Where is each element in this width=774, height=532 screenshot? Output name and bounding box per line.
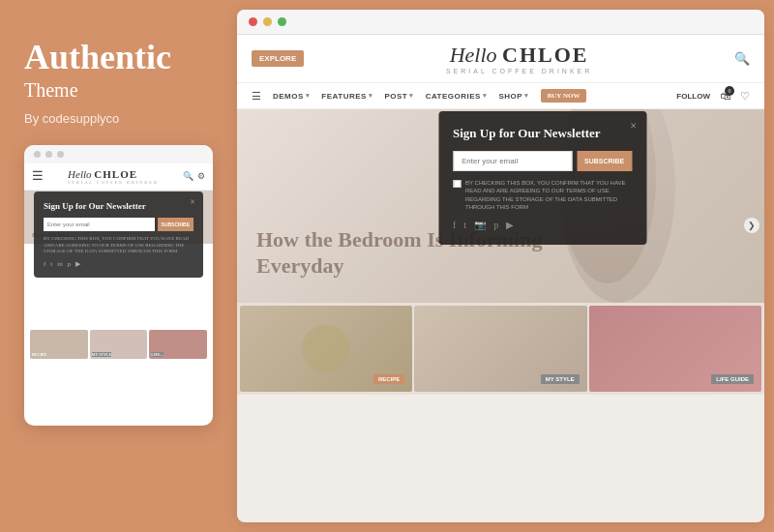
mobile-thumb-label-1: RECIPE bbox=[32, 352, 46, 357]
desktop-dot-yellow bbox=[263, 17, 272, 26]
mobile-email-row: SUBSCRIBE bbox=[44, 218, 194, 231]
mobile-thumb-label-3: LIFE... bbox=[151, 352, 163, 357]
mobile-email-input[interactable] bbox=[44, 218, 155, 231]
popup-checkbox[interactable] bbox=[453, 180, 461, 188]
popup-facebook-icon[interactable]: f bbox=[453, 220, 456, 230]
explore-button[interactable]: EXPLORE bbox=[252, 50, 304, 67]
mobile-overlay-title: Sign Up for Our Newsletter bbox=[44, 201, 194, 213]
mobile-top-bar bbox=[24, 145, 213, 163]
desktop-top-bar bbox=[237, 10, 764, 35]
cart-badge: 0 bbox=[725, 86, 734, 96]
desktop-preview: EXPLORE Hello CHLOE SERIAL COFFEE DRINKE… bbox=[237, 10, 764, 522]
desktop-thumb-3: LIFE GUIDE bbox=[589, 306, 761, 392]
mobile-icons: 🔍 ⚙ bbox=[183, 171, 205, 181]
mobile-thumb-2: MY STYLE bbox=[90, 330, 148, 359]
desktop-thumb-2-label: MY STYLE bbox=[541, 374, 580, 384]
mobile-thumb-1: RECIPE bbox=[30, 330, 88, 359]
mobile-thumb-label-2: MY STYLE bbox=[92, 352, 112, 357]
desktop-hamburger-icon[interactable]: ☰ bbox=[252, 90, 261, 103]
mobile-logo: Hello CHLOE SERIAL COFFEE DRINKER bbox=[68, 168, 159, 185]
wishlist-icon[interactable]: ♡ bbox=[740, 90, 750, 103]
desktop-thumb-2: MY STYLE bbox=[414, 306, 586, 392]
popup-email-row: SUBSCRIBE bbox=[453, 151, 632, 171]
mobile-dot-green bbox=[57, 151, 64, 158]
popup-close-icon[interactable]: × bbox=[630, 119, 637, 133]
mobile-thumb-3: LIFE... bbox=[149, 330, 207, 359]
popup-terms: BY CHECKING THIS BOX, YOU CONFIRM THAT Y… bbox=[465, 179, 632, 212]
desktop-logo-tagline: SERIAL COFFEE DRINKER bbox=[304, 68, 734, 74]
popup-instagram-icon[interactable]: 📷 bbox=[474, 220, 486, 230]
follow-button[interactable]: FOLLOW bbox=[676, 92, 710, 101]
popup-social-row: f t 📷 p ▶ bbox=[453, 220, 632, 230]
desktop-dot-green bbox=[278, 17, 286, 26]
mobile-subscribe-button[interactable]: SUBSCRIBE bbox=[158, 218, 194, 231]
popup-subscribe-button[interactable]: SUBSCRIBE bbox=[577, 151, 632, 171]
popup-pinterest-icon[interactable]: p bbox=[493, 220, 498, 230]
by-line: By codesupplyco bbox=[24, 111, 213, 126]
nav-item-shop[interactable]: SHOP ▾ bbox=[498, 92, 528, 101]
popup-twitter-icon[interactable]: t bbox=[463, 220, 466, 230]
nav-item-post[interactable]: POST ▾ bbox=[384, 92, 413, 101]
theme-title: Authentic bbox=[24, 39, 213, 77]
desktop-thumb-3-label: LIFE GUIDE bbox=[711, 374, 754, 384]
nav-item-features[interactable]: FEATURES ▾ bbox=[321, 92, 372, 101]
desktop-logo: Hello CHLOE SERIAL COFFEE DRINKER bbox=[304, 43, 734, 74]
mobile-menu-icon[interactable]: ⚙ bbox=[197, 171, 205, 181]
nav-item-categories[interactable]: CATEGORIES ▾ bbox=[426, 92, 488, 101]
mobile-hamburger-icon[interactable]: ☰ bbox=[32, 168, 44, 184]
mobile-newsletter-overlay: × Sign Up for Our Newsletter SUBSCRIBE B… bbox=[34, 192, 203, 278]
desktop-header-top: EXPLORE Hello CHLOE SERIAL COFFEE DRINKE… bbox=[237, 35, 764, 82]
mobile-overlay-close-icon[interactable]: × bbox=[190, 196, 195, 207]
mobile-search-icon[interactable]: 🔍 bbox=[183, 171, 194, 181]
mobile-nav: ☰ Hello CHLOE SERIAL COFFEE DRINKER 🔍 ⚙ bbox=[24, 163, 213, 191]
mobile-instagram-icon[interactable]: in bbox=[57, 260, 62, 268]
nav-item-demos[interactable]: DEMOS ▾ bbox=[273, 92, 310, 101]
popup-youtube-icon[interactable]: ▶ bbox=[506, 220, 514, 230]
mobile-thumb-grid: RECIPE MY STYLE LIFE... bbox=[24, 326, 213, 363]
desktop-thumb-1-label: RECIPE bbox=[373, 374, 404, 384]
buy-now-button[interactable]: BUY NOW bbox=[541, 89, 587, 103]
theme-subtitle: Theme bbox=[24, 79, 213, 102]
mobile-pinterest-icon[interactable]: p bbox=[68, 260, 72, 268]
cart-icon[interactable]: 🛍 0 bbox=[720, 90, 730, 102]
desktop-thumb-1: RECIPE bbox=[240, 306, 412, 392]
mobile-dot-yellow bbox=[45, 151, 52, 158]
desktop-dot-red bbox=[249, 17, 257, 26]
popup-email-input[interactable] bbox=[453, 151, 572, 171]
popup-title: Sign Up for Our Newsletter bbox=[453, 126, 632, 141]
mobile-preview: ☰ Hello CHLOE SERIAL COFFEE DRINKER 🔍 ⚙ … bbox=[24, 145, 213, 426]
desktop-nav-left: ☰ DEMOS ▾ FEATURES ▾ POST ▾ CATEGORIES ▾… bbox=[252, 89, 586, 103]
desktop-header: EXPLORE Hello CHLOE SERIAL COFFEE DRINKE… bbox=[237, 35, 764, 109]
mobile-youtube-icon[interactable]: ▶ bbox=[75, 260, 80, 268]
mobile-social-row: f t in p ▶ bbox=[44, 260, 194, 268]
desktop-thumbs: RECIPE MY STYLE LIFE GUIDE bbox=[237, 303, 764, 395]
mobile-checkbox-text: BY CHECKING THIS BOX, YOU CONFIRM THAT Y… bbox=[44, 236, 194, 255]
popup-checkbox-row: BY CHECKING THIS BOX, YOU CONFIRM THAT Y… bbox=[453, 179, 632, 212]
desktop-nav-right: FOLLOW 🛍 0 ♡ bbox=[676, 90, 750, 103]
mobile-twitter-icon[interactable]: t bbox=[50, 260, 52, 268]
desktop-logo-text: Hello CHLOE bbox=[304, 43, 734, 68]
desktop-newsletter-popup: × Sign Up for Our Newsletter SUBSCRIBE B… bbox=[438, 111, 646, 245]
left-panel: Authentic Theme By codesupplyco ☰ Hello … bbox=[0, 0, 237, 532]
desktop-nav: ☰ DEMOS ▾ FEATURES ▾ POST ▾ CATEGORIES ▾… bbox=[237, 82, 764, 109]
mobile-dot-red bbox=[34, 151, 41, 158]
desktop-search-icon[interactable]: 🔍 bbox=[734, 51, 750, 67]
mobile-facebook-icon[interactable]: f bbox=[44, 260, 45, 268]
hero-next-arrow[interactable]: ❯ bbox=[744, 218, 759, 233]
